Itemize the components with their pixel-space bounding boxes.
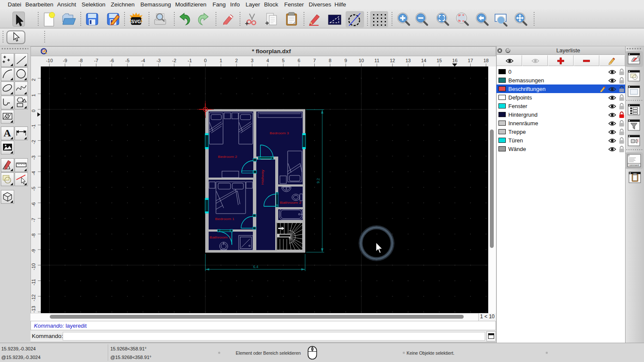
svg-text:4: 4	[267, 58, 269, 63]
svg-text:-1: -1	[188, 58, 192, 63]
svg-text:-8: -8	[31, 233, 36, 238]
svg-text:-13: -13	[31, 306, 36, 313]
svg-text:18: 18	[483, 58, 489, 63]
svg-text:0: 0	[204, 58, 207, 63]
svg-text:-2: -2	[172, 58, 176, 63]
svg-text:1: 1	[31, 94, 36, 97]
svg-text:-10: -10	[31, 263, 36, 270]
svg-text:12: 12	[390, 58, 395, 63]
svg-text:-7: -7	[31, 218, 36, 222]
svg-text:Bedroom 2: Bedroom 2	[218, 155, 237, 159]
svg-text:-5: -5	[125, 58, 130, 63]
svg-text:-1: -1	[31, 124, 36, 129]
svg-text:17: 17	[468, 58, 473, 63]
svg-text:-3: -3	[156, 58, 161, 63]
svg-text:14: 14	[421, 58, 426, 63]
svg-text:-6: -6	[110, 58, 114, 63]
svg-text:-4: -4	[141, 58, 145, 63]
svg-text:1: 1	[220, 58, 222, 63]
svg-text:10: 10	[358, 58, 364, 63]
svg-text:-6: -6	[31, 202, 36, 207]
svg-text:Bedroom 1: Bedroom 1	[215, 217, 234, 221]
svg-text:-11: -11	[31, 279, 36, 285]
svg-text:9.2: 9.2	[316, 178, 320, 183]
svg-text:-9: -9	[63, 58, 67, 63]
svg-text:-10: -10	[46, 58, 53, 63]
svg-text:9: 9	[344, 58, 347, 63]
svg-text:Bathroom 1: Bathroom 1	[210, 235, 231, 239]
svg-text:Bedroom 3: Bedroom 3	[270, 131, 289, 135]
svg-text:16: 16	[452, 58, 457, 63]
svg-text:-12: -12	[31, 294, 36, 301]
svg-text:0: 0	[31, 109, 36, 112]
svg-text:2: 2	[31, 78, 36, 81]
svg-text:8: 8	[329, 58, 331, 63]
svg-text:7: 7	[313, 58, 316, 63]
svg-text:11: 11	[374, 58, 379, 63]
svg-text:SVG: SVG	[131, 19, 141, 24]
svg-text:-9: -9	[31, 249, 36, 253]
svg-text:-2: -2	[31, 140, 36, 144]
svg-text:2: 2	[235, 58, 238, 63]
svg-text:3: 3	[251, 58, 253, 63]
svg-text:-8: -8	[79, 58, 83, 63]
svg-text:6: 6	[298, 58, 300, 63]
svg-text:-5: -5	[31, 187, 36, 191]
svg-text:6.4: 6.4	[253, 265, 258, 269]
svg-text:Hallway: Hallway	[261, 169, 264, 184]
svg-text:-4: -4	[31, 171, 36, 175]
svg-text:Bathroom 2: Bathroom 2	[280, 201, 301, 205]
svg-text:13: 13	[405, 58, 410, 63]
svg-text:-3: -3	[31, 156, 36, 160]
svg-text:-7: -7	[94, 58, 98, 63]
svg-text:15: 15	[437, 58, 442, 63]
svg-text:command: command	[629, 164, 639, 166]
svg-text:A: A	[3, 127, 11, 139]
svg-text:5: 5	[282, 58, 285, 63]
